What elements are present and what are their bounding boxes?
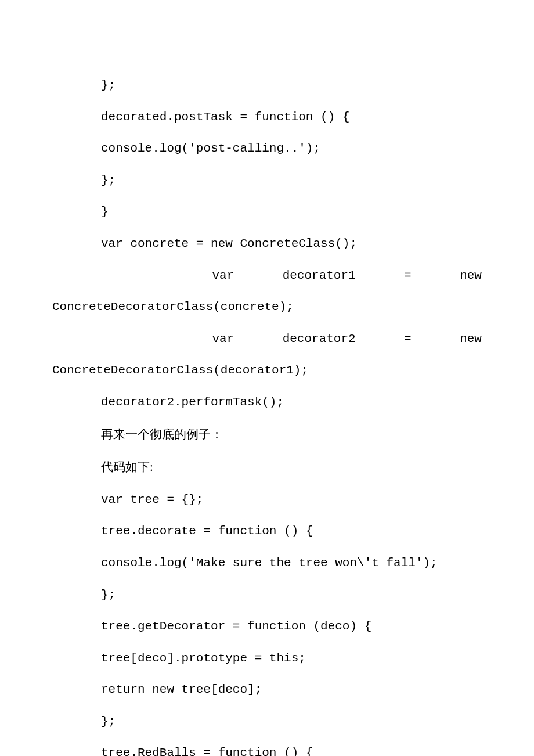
code-line: }; — [52, 579, 482, 611]
code-text: 再来一个彻底的例子： — [101, 427, 223, 441]
code-token: decorator2 — [283, 323, 356, 355]
code-token: = — [404, 323, 412, 355]
code-line: }; — [52, 165, 482, 197]
code-line: 代码如下: — [52, 451, 482, 484]
code-text: ConcreteDecoratorClass(decorator1); — [52, 363, 308, 377]
code-text: tree.RedBalls = function () { — [101, 746, 313, 756]
code-line: 再来一个彻底的例子： — [52, 419, 482, 452]
code-line: tree.decorate = function () { — [52, 516, 482, 548]
code-line: ConcreteDecoratorClass(concrete); — [52, 291, 482, 323]
code-line: ConcreteDecoratorClass(decorator1); — [52, 355, 482, 387]
document-page: }; decorated.postTask = function () { co… — [0, 0, 534, 756]
code-token: = — [404, 260, 412, 292]
code-line: tree.getDecorator = function (deco) { — [52, 611, 482, 643]
code-line: return new tree[deco]; — [52, 674, 482, 706]
code-token: var — [212, 260, 234, 292]
code-token: var — [212, 323, 234, 355]
code-line: tree[deco].prototype = this; — [52, 643, 482, 675]
code-text: decorated.postTask = function () { — [101, 110, 349, 124]
code-text: var concrete = new ConcreteClass(); — [101, 237, 357, 250]
code-text: ConcreteDecoratorClass(concrete); — [52, 300, 294, 314]
code-line: decorator2.performTask(); — [52, 387, 482, 419]
code-line: decorated.postTask = function () { — [52, 102, 482, 134]
code-text: tree.decorate = function () { — [101, 524, 313, 538]
code-line: console.log('Make sure the tree won\'t f… — [52, 548, 482, 579]
code-text: console.log('Make sure the tree won\'t f… — [101, 556, 438, 570]
code-line: var tree = {}; — [52, 484, 482, 516]
code-line: } — [52, 196, 482, 228]
code-text: tree[deco].prototype = this; — [101, 651, 306, 665]
code-line: }; — [52, 706, 482, 738]
code-text: }; — [101, 715, 116, 728]
code-token: new — [460, 260, 482, 292]
code-text: } — [101, 205, 109, 218]
code-token: new — [460, 323, 482, 355]
code-line-justified: var decorator1 = new — [52, 260, 482, 292]
code-text: }; — [101, 174, 116, 187]
code-line-justified: var decorator2 = new — [52, 323, 482, 355]
code-text: decorator2.performTask(); — [101, 395, 284, 409]
code-text: tree.getDecorator = function (deco) { — [101, 620, 371, 633]
code-text: }; — [101, 588, 116, 602]
code-text: var tree = {}; — [101, 493, 203, 506]
code-line: }; — [52, 70, 482, 102]
code-line: tree.RedBalls = function () { — [52, 737, 482, 756]
code-text: }; — [101, 78, 116, 92]
code-text: console.log('post-calling..'); — [101, 142, 320, 155]
code-text: return new tree[deco]; — [101, 683, 262, 696]
code-text: 代码如下: — [101, 460, 153, 474]
code-token: decorator1 — [283, 260, 356, 292]
code-line: var concrete = new ConcreteClass(); — [52, 228, 482, 260]
code-line: console.log('post-calling..'); — [52, 133, 482, 165]
